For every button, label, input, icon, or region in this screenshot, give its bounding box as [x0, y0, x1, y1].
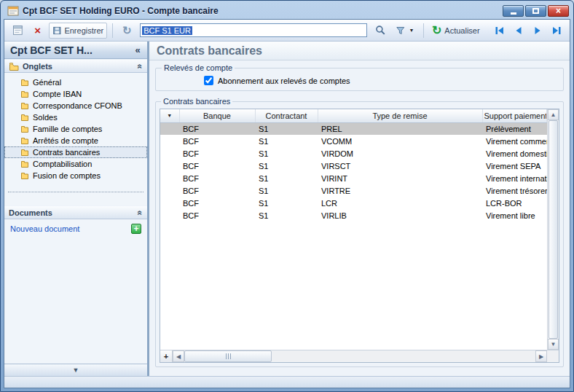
close-button[interactable]: ×	[548, 5, 569, 17]
table-cell[interactable]: VIRDOM	[318, 147, 482, 160]
horizontal-scrollbar-thumb[interactable]	[184, 350, 272, 362]
table-cell[interactable]: VIRINT	[318, 172, 482, 184]
row-selector-cell[interactable]	[160, 160, 179, 172]
new-document-row: Nouveau document +	[4, 219, 147, 237]
table-cell[interactable]: PREL	[318, 122, 482, 135]
new-form-button[interactable]	[9, 23, 27, 39]
sidebar-item-arretes-de-compte[interactable]: Arrêtés de compte	[4, 135, 147, 146]
table-cell[interactable]: BCF	[179, 197, 255, 209]
column-header-support-paiement[interactable]: Support paiement	[482, 109, 547, 122]
table-cell[interactable]: S1	[255, 147, 318, 160]
sidebar-item-fusion-de-comptes[interactable]: Fusion de comptes	[4, 170, 147, 181]
table-cell[interactable]: S1	[255, 197, 318, 209]
table-cell[interactable]: LCR-BOR	[482, 197, 547, 209]
first-record-button[interactable]	[491, 23, 508, 39]
contrats-legend: Contrats bancaires	[161, 97, 232, 106]
table-cell[interactable]: VCOMM	[318, 135, 482, 147]
sidebar-item-contrats-bancaires[interactable]: Contrats bancaires	[4, 146, 147, 158]
search-button[interactable]	[371, 23, 390, 39]
sidebar-scroll-down-bar[interactable]: ▼	[4, 364, 147, 376]
table-cell[interactable]: BCF	[179, 160, 255, 172]
filter-button[interactable]: ▼	[392, 23, 417, 39]
scroll-left-button[interactable]: ◀	[173, 350, 184, 362]
add-document-button[interactable]: +	[131, 224, 141, 234]
column-header-type-de-remise[interactable]: Type de remise	[318, 109, 482, 122]
table-row[interactable]: BCF S1 VIRLIB Virement libre	[160, 209, 547, 222]
sidebar-item-compte-iban[interactable]: Compte IBAN	[4, 88, 147, 100]
row-selector-cell[interactable]	[160, 122, 179, 135]
table-cell[interactable]: LCR	[318, 197, 482, 209]
sidebar-item-general[interactable]: Général	[4, 77, 147, 88]
table-cell[interactable]: BCF	[179, 172, 255, 184]
scroll-up-button[interactable]: ▲	[548, 109, 559, 120]
table-cell[interactable]: BCF	[179, 184, 255, 197]
add-row-button[interactable]: +	[160, 350, 173, 362]
table-row[interactable]: BCF S1 VCOMM Virement commercial	[160, 135, 547, 147]
row-selector-header[interactable]: ▼	[160, 109, 179, 122]
row-selector-cell[interactable]	[160, 197, 179, 209]
table-cell[interactable]: Virement SEPA	[482, 160, 547, 172]
sidebar-item-correspondance-cfonb[interactable]: Correspondance CFONB	[4, 100, 147, 111]
table-row[interactable]: BCF S1 PREL Prélèvement	[160, 122, 547, 135]
table-cell[interactable]: S1	[255, 172, 318, 184]
table-cell[interactable]: S1	[255, 160, 318, 172]
abonnement-releves-checkbox[interactable]	[204, 76, 213, 85]
folder-icon	[9, 62, 19, 71]
row-selector-cell[interactable]	[160, 209, 179, 222]
next-record-button[interactable]	[529, 23, 546, 39]
table-row[interactable]: BCF S1 VIRINT Virement international	[160, 172, 547, 184]
scroll-down-button[interactable]: ▼	[548, 339, 559, 350]
sidebar-item-label: Contrats bancaires	[33, 148, 100, 157]
table-cell[interactable]: S1	[255, 209, 318, 222]
collapse-section-icon[interactable]: «	[135, 63, 146, 68]
table-cell[interactable]: BCF	[179, 135, 255, 147]
table-cell[interactable]: Virement international	[482, 172, 547, 184]
table-cell[interactable]: S1	[255, 184, 318, 197]
row-selector-cell[interactable]	[160, 135, 179, 147]
table-cell[interactable]: S1	[255, 122, 318, 135]
new-document-link[interactable]: Nouveau document	[10, 224, 131, 233]
table-cell[interactable]: S1	[255, 135, 318, 147]
sidebar-item-comptabilisation[interactable]: Comptabilisation	[4, 158, 147, 170]
table-row[interactable]: BCF S1 VIRDOM Virement domestique	[160, 147, 547, 160]
refresh-record-button[interactable]: ↻	[118, 23, 135, 39]
delete-button[interactable]: ×	[29, 23, 47, 39]
onglets-section-header[interactable]: Onglets «	[4, 59, 147, 73]
scroll-right-button[interactable]: ▶	[535, 350, 547, 362]
maximize-button[interactable]	[525, 5, 546, 17]
table-row[interactable]: BCF S1 LCR LCR-BOR	[160, 197, 547, 209]
tab-icon	[20, 78, 29, 87]
sidebar-collapse-button[interactable]: «	[132, 44, 144, 55]
record-selector-input[interactable]: BCF S1 EUR	[140, 23, 367, 37]
table-cell[interactable]: VIRSCT	[318, 160, 482, 172]
row-selector-cell[interactable]	[160, 184, 179, 197]
table-cell[interactable]: Virement trésorerie	[482, 184, 547, 197]
row-selector-cell[interactable]	[160, 147, 179, 160]
collapse-section-icon[interactable]: «	[135, 210, 146, 215]
column-header-banque[interactable]: Banque	[179, 109, 255, 122]
actualiser-button[interactable]: ↻ Actualiser	[429, 23, 483, 39]
documents-section-header[interactable]: Documents «	[4, 205, 147, 219]
last-record-button[interactable]	[548, 23, 565, 39]
horizontal-scrollbar-track[interactable]	[272, 350, 535, 362]
column-header-contractant[interactable]: Contractant	[255, 109, 318, 122]
table-row[interactable]: BCF S1 VIRSCT Virement SEPA	[160, 160, 547, 172]
table-cell[interactable]: Virement libre	[482, 209, 547, 222]
vertical-scrollbar[interactable]: ▲ ▼	[547, 109, 559, 350]
table-cell[interactable]: Prélèvement	[482, 122, 547, 135]
minimize-button[interactable]	[503, 5, 524, 17]
table-row[interactable]: BCF S1 VIRTRE Virement trésorerie	[160, 184, 547, 197]
vertical-scrollbar-thumb[interactable]	[549, 120, 558, 339]
sidebar-item-soldes[interactable]: Soldes	[4, 111, 147, 123]
table-cell[interactable]: VIRTRE	[318, 184, 482, 197]
previous-record-button[interactable]	[510, 23, 527, 39]
save-button[interactable]: Enregistrer	[49, 23, 107, 39]
table-cell[interactable]: BCF	[179, 209, 255, 222]
table-cell[interactable]: BCF	[179, 122, 255, 135]
row-selector-cell[interactable]	[160, 172, 179, 184]
table-cell[interactable]: BCF	[179, 147, 255, 160]
table-cell[interactable]: Virement domestique	[482, 147, 547, 160]
sidebar-item-famille-de-comptes[interactable]: Famille de comptes	[4, 123, 147, 135]
table-cell[interactable]: Virement commercial	[482, 135, 547, 147]
table-cell[interactable]: VIRLIB	[318, 209, 482, 222]
